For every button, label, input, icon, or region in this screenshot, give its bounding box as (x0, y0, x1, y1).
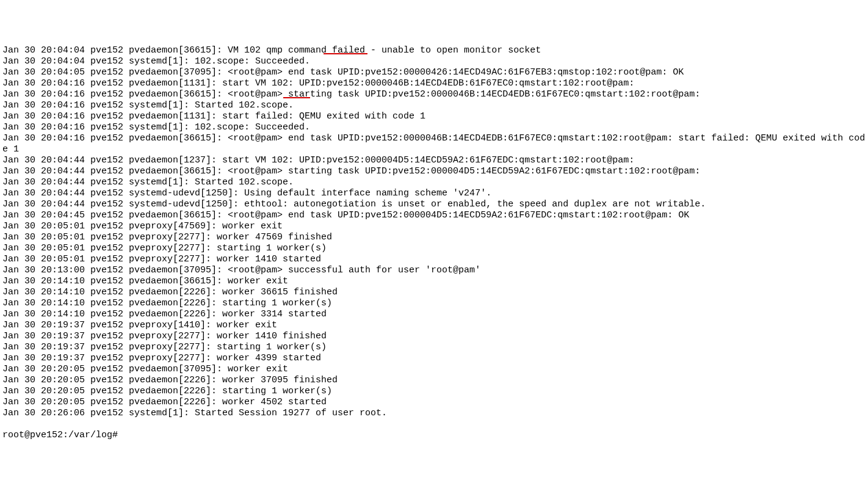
log-line: Jan 30 20:04:44 pve152 pvedaemon[1237]: … (2, 155, 866, 166)
log-line: Jan 30 20:14:10 pve152 pvedaemon[2226]: … (2, 287, 866, 298)
log-line: Jan 30 20:26:06 pve152 systemd[1]: Start… (2, 408, 866, 419)
shell-prompt[interactable]: root@pve152:/var/log# (2, 430, 866, 441)
log-line: Jan 30 20:05:01 pve152 pveproxy[2277]: w… (2, 232, 866, 243)
log-line: Jan 30 20:04:16 pve152 systemd[1]: Start… (2, 100, 866, 111)
log-line: Jan 30 20:04:04 pve152 systemd[1]: 102.s… (2, 56, 866, 67)
log-line: Jan 30 20:05:01 pve152 pveproxy[2277]: s… (2, 243, 866, 254)
terminal-log-output: Jan 30 20:04:04 pve152 pvedaemon[36615]:… (2, 45, 866, 419)
log-line: Jan 30 20:04:45 pve152 pvedaemon[36615]:… (2, 210, 866, 221)
log-line: Jan 30 20:04:16 pve152 pvedaemon[1131]: … (2, 78, 866, 89)
log-line: Jan 30 20:14:10 pve152 pvedaemon[2226]: … (2, 298, 866, 309)
log-line: Jan 30 20:04:44 pve152 systemd-udevd[125… (2, 188, 866, 199)
log-line: Jan 30 20:04:44 pve152 pvedaemon[36615]:… (2, 166, 866, 177)
log-line: Jan 30 20:19:37 pve152 pveproxy[2277]: w… (2, 331, 866, 342)
log-line: Jan 30 20:13:00 pve152 pvedaemon[37095]:… (2, 265, 866, 276)
log-line: Jan 30 20:04:16 pve152 systemd[1]: 102.s… (2, 122, 866, 133)
log-line: Jan 30 20:14:10 pve152 pvedaemon[36615]:… (2, 276, 866, 287)
log-line: Jan 30 20:19:37 pve152 pveproxy[2277]: s… (2, 342, 866, 353)
log-line: Jan 30 20:19:37 pve152 pveproxy[1410]: w… (2, 320, 866, 331)
log-line: Jan 30 20:04:16 pve152 pvedaemon[36615]:… (2, 89, 866, 100)
log-line: Jan 30 20:05:01 pve152 pveproxy[47569]: … (2, 221, 866, 232)
log-line: Jan 30 20:20:05 pve152 pvedaemon[2226]: … (2, 386, 866, 397)
log-line: Jan 30 20:04:05 pve152 pvedaemon[37095]:… (2, 67, 866, 78)
log-line: Jan 30 20:04:16 pve152 pvedaemon[36615]:… (2, 133, 866, 155)
log-line: Jan 30 20:04:16 pve152 pvedaemon[1131]: … (2, 111, 866, 122)
log-line: Jan 30 20:04:44 pve152 systemd-udevd[125… (2, 199, 866, 210)
log-line: Jan 30 20:20:05 pve152 pvedaemon[37095]:… (2, 364, 866, 375)
log-line: Jan 30 20:20:05 pve152 pvedaemon[2226]: … (2, 375, 866, 386)
log-line: Jan 30 20:19:37 pve152 pveproxy[2277]: w… (2, 353, 866, 364)
log-line: Jan 30 20:05:01 pve152 pveproxy[2277]: w… (2, 254, 866, 265)
log-line: Jan 30 20:14:10 pve152 pvedaemon[2226]: … (2, 309, 866, 320)
log-line: Jan 30 20:20:05 pve152 pvedaemon[2226]: … (2, 397, 866, 408)
log-line: Jan 30 20:04:44 pve152 systemd[1]: Start… (2, 177, 866, 188)
log-line: Jan 30 20:04:04 pve152 pvedaemon[36615]:… (2, 45, 866, 56)
